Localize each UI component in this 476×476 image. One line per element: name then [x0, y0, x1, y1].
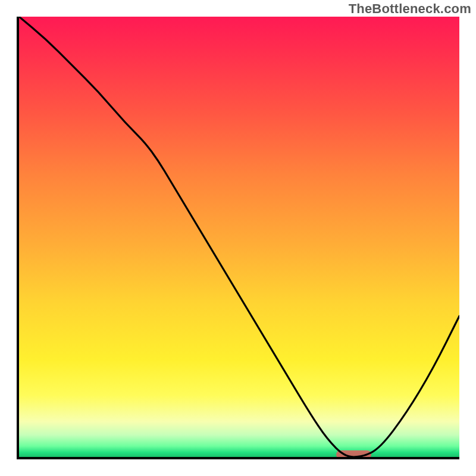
- bottleneck-curve: [19, 17, 459, 457]
- watermark-text: TheBottleneck.com: [349, 1, 471, 17]
- plot-area: [17, 17, 459, 459]
- bottleneck-chart: TheBottleneck.com: [0, 0, 476, 476]
